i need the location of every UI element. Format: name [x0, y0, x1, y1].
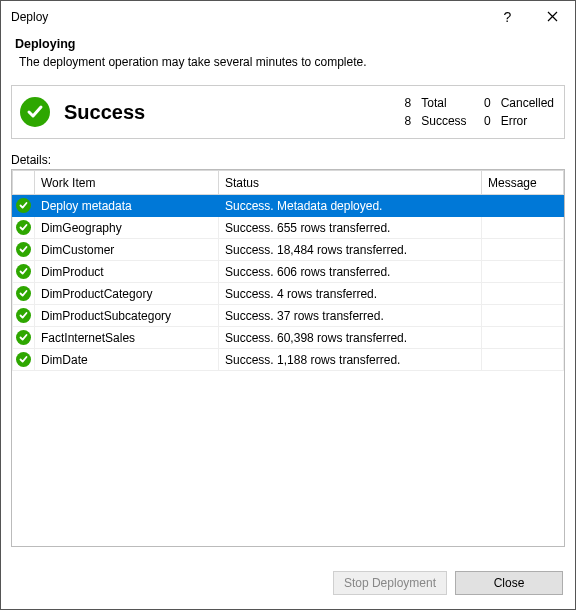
row-status-icon	[13, 283, 35, 305]
cell-work-item: DimDate	[35, 349, 219, 371]
error-label: Error	[501, 114, 554, 128]
success-count: 8	[397, 114, 411, 128]
total-count: 8	[397, 96, 411, 110]
cell-work-item: DimProductCategory	[35, 283, 219, 305]
close-icon	[547, 9, 558, 25]
check-icon	[16, 242, 31, 257]
row-status-icon	[13, 261, 35, 283]
col-message[interactable]: Message	[482, 171, 564, 195]
cell-message	[482, 305, 564, 327]
cancelled-label: Cancelled	[501, 96, 554, 110]
table-row[interactable]: DimGeographySuccess. 655 rows transferre…	[13, 217, 564, 239]
cell-message	[482, 239, 564, 261]
details-label: Details:	[11, 153, 565, 167]
stop-deployment-button: Stop Deployment	[333, 571, 447, 595]
error-count: 0	[477, 114, 491, 128]
table-row[interactable]: DimProductCategorySuccess. 4 rows transf…	[13, 283, 564, 305]
check-icon	[16, 330, 31, 345]
row-status-icon	[13, 195, 35, 217]
cell-status: Success. 655 rows transferred.	[219, 217, 482, 239]
page-subtext: The deployment operation may take severa…	[15, 55, 561, 69]
check-icon	[16, 220, 31, 235]
table-row[interactable]: Deploy metadataSuccess. Metadata deploye…	[13, 195, 564, 217]
window-title: Deploy	[11, 10, 485, 24]
cell-status: Success. Metadata deployed.	[219, 195, 482, 217]
check-icon	[16, 352, 31, 367]
col-work-item[interactable]: Work Item	[35, 171, 219, 195]
footer: Stop Deployment Close	[1, 547, 575, 609]
success-label: Success	[421, 114, 466, 128]
cell-message	[482, 327, 564, 349]
cell-message	[482, 283, 564, 305]
cell-status: Success. 1,188 rows transferred.	[219, 349, 482, 371]
check-icon	[16, 198, 31, 213]
cell-message	[482, 349, 564, 371]
cell-message	[482, 261, 564, 283]
title-bar: Deploy ?	[1, 1, 575, 33]
row-status-icon	[13, 217, 35, 239]
table-row[interactable]: DimDateSuccess. 1,188 rows transferred.	[13, 349, 564, 371]
close-button[interactable]: Close	[455, 571, 563, 595]
check-icon	[16, 264, 31, 279]
cell-message	[482, 195, 564, 217]
page-title: Deploying	[15, 37, 561, 51]
row-status-icon	[13, 327, 35, 349]
help-button[interactable]: ?	[485, 1, 530, 33]
check-icon	[16, 286, 31, 301]
cell-status: Success. 60,398 rows transferred.	[219, 327, 482, 349]
summary-stats: 8 Total 0 Cancelled 8 Success 0 Error	[397, 96, 554, 128]
header: Deploying The deployment operation may t…	[1, 33, 575, 85]
cell-status: Success. 606 rows transferred.	[219, 261, 482, 283]
cell-work-item: Deploy metadata	[35, 195, 219, 217]
success-icon	[20, 97, 50, 127]
row-status-icon	[13, 305, 35, 327]
row-status-icon	[13, 239, 35, 261]
close-window-button[interactable]	[530, 1, 575, 33]
check-icon	[16, 308, 31, 323]
cell-work-item: DimProductSubcategory	[35, 305, 219, 327]
summary-panel: Success 8 Total 0 Cancelled 8 Success 0 …	[11, 85, 565, 139]
table-row[interactable]: DimCustomerSuccess. 18,484 rows transfer…	[13, 239, 564, 261]
cell-status: Success. 18,484 rows transferred.	[219, 239, 482, 261]
cell-work-item: DimCustomer	[35, 239, 219, 261]
col-icon[interactable]	[13, 171, 35, 195]
header-row: Work Item Status Message	[13, 171, 564, 195]
help-icon: ?	[504, 9, 512, 25]
cell-work-item: FactInternetSales	[35, 327, 219, 349]
cell-message	[482, 217, 564, 239]
cell-work-item: DimGeography	[35, 217, 219, 239]
table-row[interactable]: DimProductSubcategorySuccess. 37 rows tr…	[13, 305, 564, 327]
row-status-icon	[13, 349, 35, 371]
col-status[interactable]: Status	[219, 171, 482, 195]
cell-status: Success. 37 rows transferred.	[219, 305, 482, 327]
table-row[interactable]: FactInternetSalesSuccess. 60,398 rows tr…	[13, 327, 564, 349]
cancelled-count: 0	[477, 96, 491, 110]
cell-status: Success. 4 rows transferred.	[219, 283, 482, 305]
table-row[interactable]: DimProductSuccess. 606 rows transferred.	[13, 261, 564, 283]
summary-status: Success	[64, 101, 397, 124]
details-grid[interactable]: Work Item Status Message Deploy metadata…	[11, 169, 565, 547]
cell-work-item: DimProduct	[35, 261, 219, 283]
total-label: Total	[421, 96, 466, 110]
